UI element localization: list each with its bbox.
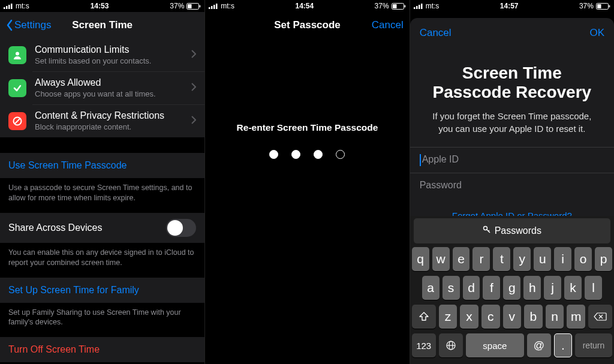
svg-rect-6	[200, 5, 201, 7]
key-a[interactable]: a	[422, 276, 440, 300]
password-field[interactable]: Password	[410, 173, 614, 197]
status-time: 14:54	[295, 2, 314, 10]
status-time: 14:53	[91, 2, 109, 10]
signal-icon	[209, 3, 218, 9]
status-bar: mt:s 14:54 37%	[205, 0, 409, 12]
passwords-suggestion[interactable]: Passwords	[414, 218, 610, 243]
key-q[interactable]: q	[412, 247, 429, 271]
key-z[interactable]: z	[439, 305, 458, 329]
cell-subtitle: Choose apps you want at all times.	[35, 89, 183, 98]
key-w[interactable]: w	[432, 247, 450, 271]
cancel-button[interactable]: Cancel	[420, 27, 452, 39]
key-globe[interactable]	[439, 333, 463, 357]
svg-rect-2	[8, 5, 10, 9]
signal-icon	[414, 3, 423, 9]
battery-icon	[596, 3, 610, 10]
svg-rect-23	[609, 5, 610, 7]
key-k[interactable]: k	[564, 276, 582, 300]
key-s[interactable]: s	[443, 276, 460, 300]
keyboard-row-3: z x c v b n m	[412, 305, 612, 329]
share-across-devices-cell[interactable]: Share Across Devices	[0, 213, 204, 243]
battery-pct: 37%	[170, 2, 184, 10]
settings-list: Communication Limits Set limits based on…	[0, 38, 204, 137]
key-o[interactable]: o	[574, 247, 592, 271]
key-g[interactable]: g	[503, 276, 520, 300]
key-return[interactable]: return	[575, 333, 612, 357]
svg-rect-13	[216, 4, 218, 9]
svg-line-9	[15, 118, 20, 124]
carrier-label: mt:s	[221, 2, 234, 10]
share-label: Share Across Devices	[8, 222, 103, 233]
keyboard-row-4: 123 space @ . return	[412, 333, 612, 357]
apple-id-field[interactable]: Apple ID	[410, 147, 614, 173]
cancel-button[interactable]: Cancel	[372, 19, 404, 31]
key-m[interactable]: m	[567, 305, 585, 329]
share-footer: You can enable this on any device signed…	[0, 243, 204, 278]
backspace-icon	[594, 312, 607, 321]
modal-title: Screen Time Passcode Recovery	[410, 48, 614, 110]
key-p[interactable]: p	[595, 247, 612, 271]
key-c[interactable]: c	[481, 305, 500, 329]
key-period[interactable]: .	[554, 333, 572, 357]
svg-rect-18	[416, 6, 418, 9]
key-y[interactable]: y	[513, 247, 531, 271]
svg-rect-5	[188, 4, 192, 8]
communication-limits-cell[interactable]: Communication Limits Set limits based on…	[0, 38, 204, 71]
key-n[interactable]: n	[546, 305, 564, 329]
set-passcode-phone: mt:s 14:54 37% Set Passcode Cancel Re-en…	[204, 0, 409, 364]
keyboard-row-2: a s d f g h j k l	[412, 276, 612, 300]
use-passcode-footer: Use a passcode to secure Screen Time set…	[0, 178, 204, 213]
key-f[interactable]: f	[483, 276, 500, 300]
key-h[interactable]: h	[523, 276, 541, 300]
share-toggle[interactable]	[166, 219, 196, 237]
check-icon	[8, 79, 26, 97]
keyboard-row-1: q w e r t y u i o p	[412, 247, 612, 271]
carrier-label: mt:s	[426, 2, 440, 10]
key-backspace[interactable]	[588, 305, 612, 329]
chevron-left-icon	[6, 19, 13, 31]
svg-rect-17	[414, 7, 416, 9]
svg-rect-10	[209, 7, 210, 9]
chevron-right-icon	[191, 116, 196, 127]
key-u[interactable]: u	[534, 247, 551, 271]
signal-icon	[4, 3, 13, 9]
key-space[interactable]: space	[466, 333, 524, 357]
nav-bar: Set Passcode Cancel	[205, 12, 409, 38]
svg-rect-12	[213, 5, 215, 9]
content-privacy-cell[interactable]: Content & Privacy Restrictions Block ina…	[0, 104, 204, 137]
key-d[interactable]: d	[463, 276, 480, 300]
setup-family-button[interactable]: Set Up Screen Time for Family	[0, 278, 204, 303]
key-x[interactable]: x	[460, 305, 478, 329]
svg-rect-16	[404, 5, 405, 7]
svg-rect-19	[419, 5, 420, 9]
key-b[interactable]: b	[524, 305, 543, 329]
svg-rect-20	[421, 4, 423, 9]
key-r[interactable]: r	[472, 247, 490, 271]
key-l[interactable]: l	[585, 276, 602, 300]
key-v[interactable]: v	[503, 305, 522, 329]
carrier-label: mt:s	[16, 2, 29, 10]
key-e[interactable]: e	[453, 247, 470, 271]
battery-pct: 37%	[375, 2, 389, 10]
svg-rect-11	[211, 6, 213, 9]
key-t[interactable]: t	[493, 247, 510, 271]
cell-subtitle: Block inappropriate content.	[35, 122, 183, 131]
key-shift[interactable]	[412, 305, 436, 329]
ok-button[interactable]: OK	[589, 27, 604, 39]
use-passcode-button[interactable]: Use Screen Time Passcode	[0, 153, 204, 178]
recovery-phone: mt:s 14:57 37% Set Passcode Cancel Cance…	[410, 0, 614, 364]
cell-subtitle: Set limits based on your contacts.	[35, 56, 183, 65]
battery-icon	[392, 3, 406, 10]
key-i[interactable]: i	[554, 247, 571, 271]
key-at[interactable]: @	[527, 333, 551, 357]
turn-off-button[interactable]: Turn Off Screen Time	[0, 337, 204, 362]
keyboard: Passwords q w e r t y u i o p a s	[410, 216, 614, 364]
passcode-prompt: Re-enter Screen Time Passcode	[237, 122, 378, 133]
screen-time-settings-phone: mt:s 14:53 37% Settings Screen Time	[0, 0, 204, 364]
status-bar: mt:s 14:53 37%	[0, 0, 204, 12]
battery-pct: 37%	[579, 2, 594, 10]
key-123[interactable]: 123	[412, 333, 436, 357]
back-button[interactable]: Settings	[6, 19, 51, 31]
key-j[interactable]: j	[544, 276, 561, 300]
always-allowed-cell[interactable]: Always Allowed Choose apps you want at a…	[0, 71, 204, 104]
